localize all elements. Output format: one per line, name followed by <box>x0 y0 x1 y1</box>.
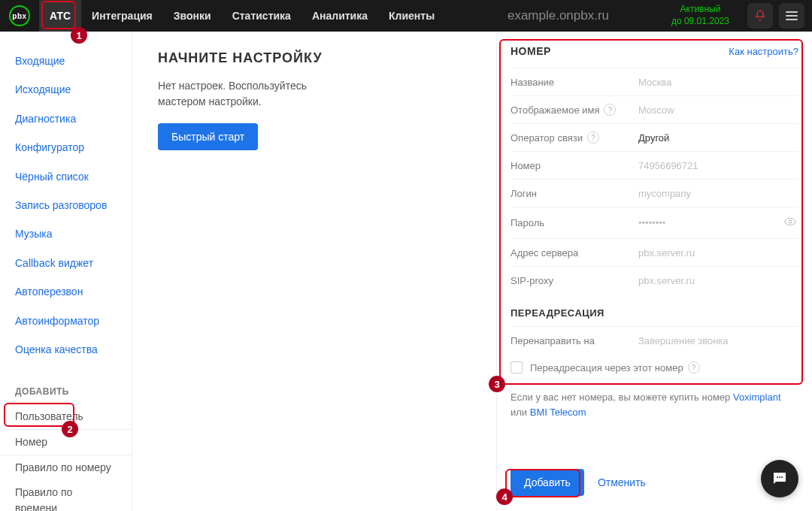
sidebar-callback[interactable]: Callback виджет <box>0 249 132 277</box>
help-icon[interactable]: ? <box>587 132 599 144</box>
sidebar-diagnostics[interactable]: Диагностика <box>0 104 132 133</box>
quickstart-button[interactable]: Быстрый старт <box>158 123 258 150</box>
display-input[interactable] <box>638 104 798 116</box>
sidebar-add-rule-time[interactable]: Правило по времени <box>0 480 132 511</box>
sidebar-recording[interactable]: Запись разговоров <box>0 191 132 219</box>
add-button[interactable]: Добавить <box>511 469 584 496</box>
number-label: Номер <box>511 160 638 171</box>
login-label: Логин <box>511 188 638 199</box>
account-domain: example.onpbx.ru <box>445 8 671 23</box>
subscription-status: Активный до 09.01.2023 <box>671 4 729 27</box>
sidebar-music[interactable]: Музыка <box>0 219 132 248</box>
svg-point-0 <box>789 220 792 223</box>
nav-tab-stats[interactable]: Статистика <box>222 0 301 32</box>
nav-tab-calls[interactable]: Звонки <box>163 0 222 32</box>
buy-number-hint: Если у вас нет номера, вы можете купить … <box>511 381 798 419</box>
step-badge-4: 4 <box>496 488 513 505</box>
cancel-button[interactable]: Отменить <box>598 476 646 488</box>
name-input[interactable] <box>638 77 798 88</box>
password-label: Пароль <box>511 217 638 228</box>
server-input[interactable] <box>638 247 798 259</box>
top-navbar: pbx АТС Интеграция Звонки Статистика Ана… <box>0 0 812 32</box>
panel-help-link[interactable]: Как настроить? <box>729 46 798 57</box>
sip-input[interactable] <box>638 275 798 286</box>
operator-select[interactable]: Другой <box>638 132 798 144</box>
number-input[interactable] <box>638 160 798 171</box>
main-layout: Входящие Исходящие Диагностика Конфигура… <box>0 32 812 511</box>
nav-tabs: АТС Интеграция Звонки Статистика Аналити… <box>39 0 445 32</box>
sidebar-inbound[interactable]: Входящие <box>0 47 132 75</box>
svg-point-3 <box>781 476 783 478</box>
content-area: НАЧНИТЕ НАСТРОЙКУ Нет настроек. Воспольз… <box>132 32 496 511</box>
bell-icon <box>753 9 767 23</box>
sidebar-quality[interactable]: Оценка качества <box>0 335 132 364</box>
menu-button[interactable] <box>779 3 804 29</box>
status-until: до 09.01.2023 <box>671 16 729 28</box>
chat-icon <box>771 470 789 488</box>
svg-point-2 <box>779 476 780 478</box>
menu-icon <box>786 11 798 13</box>
login-input[interactable] <box>638 188 798 199</box>
bmi-link[interactable]: BMI Telecom <box>530 407 586 418</box>
status-active: Активный <box>671 4 729 16</box>
nav-tab-integration[interactable]: Интеграция <box>81 0 163 32</box>
step-badge-2: 2 <box>62 421 78 437</box>
panel-title: НОМЕР <box>511 45 551 57</box>
display-label: Отображаемое имя <box>511 104 599 116</box>
help-icon[interactable]: ? <box>604 104 616 116</box>
eye-icon[interactable] <box>783 215 798 231</box>
step-badge-3: 3 <box>489 376 505 392</box>
sidebar-configurator[interactable]: Конфигуратор <box>0 133 132 162</box>
voximplant-link[interactable]: Voximplant <box>733 392 781 403</box>
server-label: Адрес сервера <box>511 247 638 259</box>
sidebar-autoredial[interactable]: Автоперезвон <box>0 277 132 306</box>
sidebar-add-title: ДОБАВИТЬ <box>0 386 132 404</box>
sidebar-outbound[interactable]: Исходящие <box>0 75 132 104</box>
sidebar: Входящие Исходящие Диагностика Конфигура… <box>0 32 132 511</box>
help-icon[interactable]: ? <box>688 361 700 373</box>
forward-checkbox[interactable] <box>511 361 523 373</box>
nav-tab-clients[interactable]: Клиенты <box>378 0 445 32</box>
notifications-button[interactable] <box>747 3 773 29</box>
right-panel: НОМЕР Как настроить? Название Отображаем… <box>496 32 812 511</box>
nav-tab-atc[interactable]: АТС <box>39 0 81 32</box>
sidebar-blacklist[interactable]: Чёрный список <box>0 162 132 191</box>
redirect-input[interactable] <box>638 335 798 346</box>
operator-label: Оператор связи <box>511 132 583 144</box>
sip-label: SIP-proxy <box>511 275 638 286</box>
password-input[interactable] <box>638 217 783 228</box>
content-heading: НАЧНИТЕ НАСТРОЙКУ <box>158 50 471 66</box>
name-label: Название <box>511 77 638 88</box>
forward-check-label: Переадресация через этот номер <box>530 362 683 373</box>
sidebar-add-rule-number[interactable]: Правило по номеру <box>0 455 132 480</box>
nav-tab-analytics[interactable]: Аналитика <box>301 0 378 32</box>
logo-text: pbx <box>12 12 26 20</box>
forward-heading: ПЕРЕАДРЕСАЦИЯ <box>511 294 798 326</box>
svg-point-1 <box>777 476 778 478</box>
step-badge-1: 1 <box>71 27 87 44</box>
content-text: Нет настроек. Воспользуйтесь мастером на… <box>158 78 353 110</box>
redirect-label: Перенаправить на <box>511 335 638 346</box>
sidebar-informer[interactable]: Автоинформатор <box>0 307 132 335</box>
logo[interactable]: pbx <box>0 0 39 32</box>
chat-button[interactable] <box>761 460 798 497</box>
